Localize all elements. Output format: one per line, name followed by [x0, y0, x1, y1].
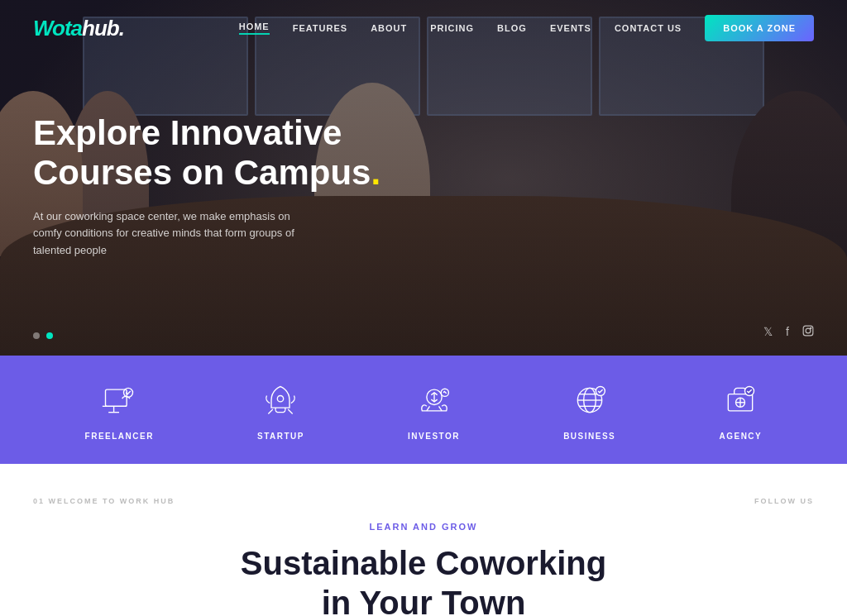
categories-bar: FREELANCER STARTUP	[0, 356, 847, 464]
twitter-icon[interactable]: 𝕏	[763, 325, 773, 339]
hero-social-icons: 𝕏 f	[763, 325, 814, 339]
category-freelancer[interactable]: FREELANCER	[85, 379, 154, 441]
nav-contact[interactable]: CONTACT US	[615, 23, 682, 33]
startup-label: STARTUP	[257, 432, 304, 441]
svg-point-1	[806, 328, 811, 333]
nav-features[interactable]: FEATURES	[293, 23, 347, 33]
category-business[interactable]: BUSINESS	[563, 379, 615, 441]
hero-title-line2: Courses on Campus	[33, 153, 371, 192]
book-zone-button[interactable]: BOOK A ZONE	[705, 15, 814, 41]
business-icon	[568, 379, 611, 422]
nav-home[interactable]: HOME	[239, 21, 270, 35]
investor-icon	[413, 379, 456, 422]
svg-point-8	[278, 396, 284, 402]
hero-subtitle: At our coworking space center, we make e…	[33, 208, 298, 259]
business-label: BUSINESS	[563, 432, 615, 441]
main-content-section: LEARN AND GROW Sustainable Coworking in …	[0, 505, 847, 616]
dot-2[interactable]	[46, 332, 53, 339]
startup-icon	[259, 379, 302, 422]
facebook-icon[interactable]: f	[786, 325, 789, 339]
main-heading: Sustainable Coworking in Your Town	[33, 543, 814, 616]
nav-blog[interactable]: BLOG	[497, 23, 527, 33]
section-labels-row: 01 WELCOME TO WORK HUB FOLLOW US	[0, 464, 847, 505]
category-agency[interactable]: AGENCY	[719, 379, 762, 441]
header: Wotahub. HOME FEATURES ABOUT PRICING BLO…	[0, 0, 847, 56]
category-startup[interactable]: STARTUP	[257, 379, 304, 441]
agency-label: AGENCY	[719, 432, 762, 441]
category-investor[interactable]: INVESTOR	[408, 379, 460, 441]
dot-1[interactable]	[33, 332, 40, 339]
main-nav: HOME FEATURES ABOUT PRICING BLOG EVENTS …	[239, 15, 814, 41]
logo[interactable]: Wotahub.	[33, 16, 124, 41]
hero-content: Explore Innovative Courses on Campus. At…	[33, 113, 380, 260]
logo-hub: hub.	[82, 16, 124, 41]
follow-us-label: FOLLOW US	[754, 497, 814, 505]
hero-title-line1: Explore Innovative	[33, 113, 342, 152]
hero-dots	[33, 332, 53, 339]
freelancer-icon	[98, 379, 141, 422]
eyebrow-label: LEARN AND GROW	[33, 522, 814, 532]
nav-about[interactable]: ABOUT	[371, 23, 407, 33]
hero-title: Explore Innovative Courses on Campus.	[33, 113, 380, 193]
welcome-label: 01 WELCOME TO WORK HUB	[33, 497, 175, 505]
instagram-icon[interactable]	[802, 325, 814, 339]
hero-title-dot: .	[371, 153, 380, 192]
logo-wota: Wota	[33, 16, 82, 41]
svg-point-2	[811, 327, 811, 328]
nav-events[interactable]: EVENTS	[550, 23, 591, 33]
nav-pricing[interactable]: PRICING	[430, 23, 474, 33]
freelancer-label: FREELANCER	[85, 432, 154, 441]
svg-rect-0	[803, 326, 813, 336]
investor-label: INVESTOR	[408, 432, 460, 441]
agency-icon	[719, 379, 762, 422]
main-heading-line1: Sustainable Coworking	[241, 545, 606, 581]
main-heading-line2: in Your Town	[322, 585, 526, 616]
